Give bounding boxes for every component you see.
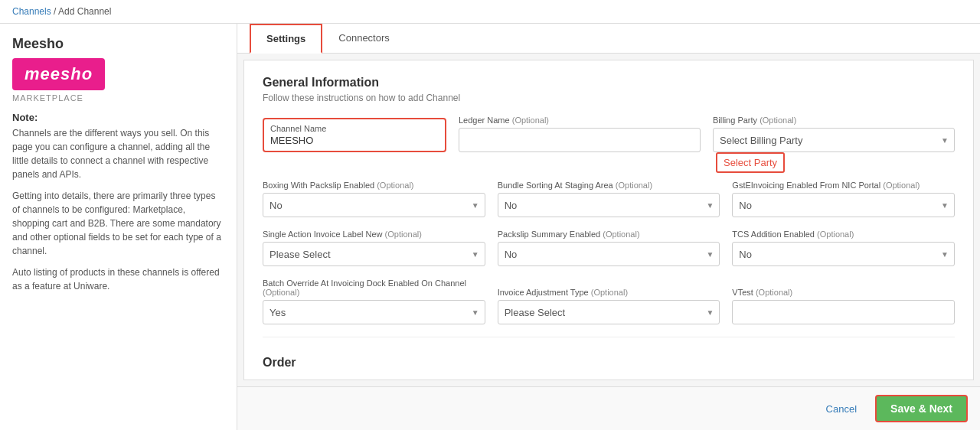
single-action-group: Single Action Invoice Label New (Optiona… xyxy=(263,230,485,266)
invoice-adj-label: Invoice Adjustment Type (Optional) xyxy=(498,288,720,297)
tcs-select-wrapper: No ▼ xyxy=(732,242,955,266)
gst-label: GstEInvoicing Enabled From NIC Portal (O… xyxy=(732,181,955,190)
bundle-sorting-label: Bundle Sorting At Staging Area (Optional… xyxy=(498,181,720,190)
gst-select[interactable]: No xyxy=(732,193,955,217)
cancel-button[interactable]: Cancel xyxy=(817,399,866,419)
batch-override-select[interactable]: Yes xyxy=(263,300,485,324)
breadcrumb-parent-link[interactable]: Channels xyxy=(12,6,51,17)
form-row-3: Single Action Invoice Label New (Optiona… xyxy=(263,230,955,266)
boxing-group: Boxing With Packslip Enabled (Optional) … xyxy=(263,181,485,217)
batch-override-select-wrapper: Yes ▼ xyxy=(263,300,485,324)
batch-override-label: Batch Override At Invoicing Dock Enabled… xyxy=(263,279,485,297)
vtest-input[interactable] xyxy=(732,300,955,324)
breadcrumb-current: Add Channel xyxy=(58,6,111,17)
packslip-label: Packslip Summary Enabled (Optional) xyxy=(498,230,720,239)
ledger-name-group: Ledger Name (Optional) xyxy=(459,116,701,152)
channel-name-group: Channel Name xyxy=(263,118,446,152)
bundle-sorting-select[interactable]: No xyxy=(498,193,720,217)
packslip-group: Packslip Summary Enabled (Optional) No ▼ xyxy=(498,230,720,266)
gst-select-wrapper: No ▼ xyxy=(732,193,955,217)
boxing-select[interactable]: No xyxy=(263,193,485,217)
breadcrumb: Channels / Add Channel xyxy=(0,0,980,24)
sidebar: Meesho meesho MARKETPLACE Note: Channels… xyxy=(0,24,237,430)
main-layout: Meesho meesho MARKETPLACE Note: Channels… xyxy=(0,24,980,430)
packslip-select[interactable]: No xyxy=(498,242,720,266)
form-row-1: Channel Name Ledger Name (Optional) Bill… xyxy=(263,116,955,152)
page-container: Channels / Add Channel Meesho meesho MAR… xyxy=(0,0,980,430)
section-divider xyxy=(263,337,955,337)
boxing-select-wrapper: No ▼ xyxy=(263,193,485,217)
tabs-bar: Settings Connectors xyxy=(237,24,980,54)
single-action-select[interactable]: Please Select xyxy=(263,242,485,266)
billing-party-label: Billing Party (Optional) xyxy=(713,116,955,125)
batch-override-group: Batch Override At Invoicing Dock Enabled… xyxy=(263,279,485,324)
bundle-sorting-select-wrapper: No ▼ xyxy=(498,193,720,217)
sidebar-note-p1: Channels are the different ways you sell… xyxy=(12,126,224,181)
ledger-name-label: Ledger Name (Optional) xyxy=(459,116,701,125)
tab-connectors[interactable]: Connectors xyxy=(322,24,405,54)
invoice-adj-group: Invoice Adjustment Type (Optional) Pleas… xyxy=(498,288,720,324)
tab-settings[interactable]: Settings xyxy=(250,24,322,54)
invoice-adj-select-wrapper: Please Select ▼ xyxy=(498,300,720,324)
single-action-select-wrapper: Please Select ▼ xyxy=(263,242,485,266)
ledger-name-input[interactable] xyxy=(459,128,701,152)
form-row-2: Boxing With Packslip Enabled (Optional) … xyxy=(263,181,955,217)
form-content: General Information Follow these instruc… xyxy=(243,60,974,380)
content-area: Settings Connectors General Information … xyxy=(237,24,980,430)
vtest-group: VTest (Optional) xyxy=(732,288,955,324)
sidebar-title: Meesho xyxy=(12,36,224,52)
select-party-badge: Select Party xyxy=(716,152,785,173)
billing-party-group: Billing Party (Optional) Select Billing … xyxy=(713,116,955,152)
order-section-title: Order xyxy=(263,350,955,370)
vtest-label: VTest (Optional) xyxy=(732,288,955,297)
footer-bar: Cancel Save & Next xyxy=(237,386,980,430)
boxing-label: Boxing With Packslip Enabled (Optional) xyxy=(263,181,485,190)
sidebar-marketplace-label: MARKETPLACE xyxy=(12,93,224,103)
bundle-sorting-group: Bundle Sorting At Staging Area (Optional… xyxy=(498,181,720,217)
sidebar-note-p3: Auto listing of products in these channe… xyxy=(12,265,224,293)
channel-name-label: Channel Name xyxy=(270,124,439,133)
form-row-4: Batch Override At Invoicing Dock Enabled… xyxy=(263,279,955,324)
single-action-label: Single Action Invoice Label New (Optiona… xyxy=(263,230,485,239)
invoice-adj-select[interactable]: Please Select xyxy=(498,300,720,324)
sidebar-note-title: Note: xyxy=(12,112,224,123)
channel-name-input[interactable] xyxy=(270,135,439,146)
gst-group: GstEInvoicing Enabled From NIC Portal (O… xyxy=(732,181,955,217)
billing-party-select-wrapper: Select Billing Party ▼ xyxy=(713,128,955,152)
save-next-button[interactable]: Save & Next xyxy=(875,395,968,422)
tcs-select[interactable]: No xyxy=(732,242,955,266)
sidebar-note-p2: Getting into details, there are primaril… xyxy=(12,189,224,258)
tcs-group: TCS Addition Enabled (Optional) No ▼ xyxy=(732,230,955,266)
billing-party-select[interactable]: Select Billing Party xyxy=(713,128,955,152)
tcs-label: TCS Addition Enabled (Optional) xyxy=(732,230,955,239)
section-subtitle: Follow these instructions on how to add … xyxy=(263,93,955,103)
sidebar-logo: meesho xyxy=(12,58,105,90)
packslip-select-wrapper: No ▼ xyxy=(498,242,720,266)
section-title: General Information xyxy=(263,76,955,90)
